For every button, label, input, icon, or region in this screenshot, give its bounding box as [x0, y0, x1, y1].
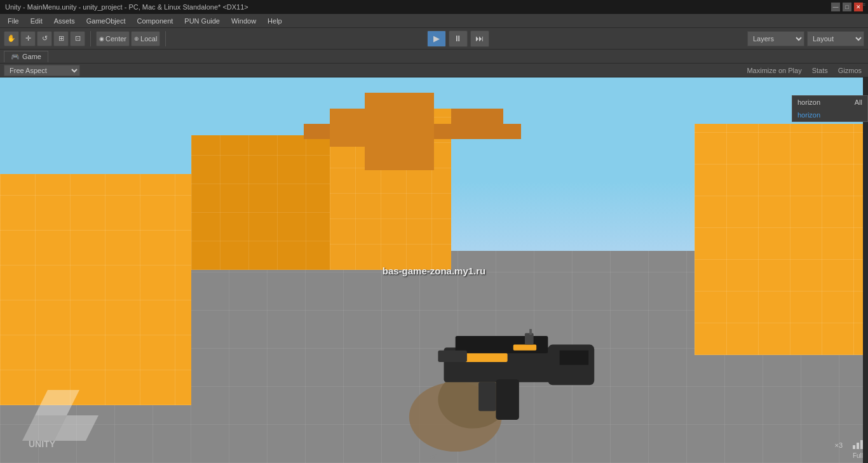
- space-button[interactable]: ⊕ Local: [131, 31, 160, 46]
- sep-1: [90, 31, 91, 46]
- menu-gameobject[interactable]: GameObject: [81, 16, 131, 26]
- horizon-label: horizon: [797, 98, 820, 106]
- horizon-item-label: horizon: [797, 111, 820, 119]
- sep-2: [165, 31, 166, 46]
- wall-back-left: [191, 135, 348, 270]
- toolbar-right: Layers Layout: [747, 31, 864, 46]
- game-viewport[interactable]: bas-game-zona.my1.ru horizon All horizon: [0, 77, 868, 463]
- play-button[interactable]: ▶: [427, 30, 446, 47]
- layout-select[interactable]: Layout: [807, 31, 864, 46]
- tool-rect[interactable]: ⊡: [70, 31, 85, 46]
- minimize-button[interactable]: —: [831, 3, 840, 11]
- menu-bar: File Edit Assets GameObject Component PU…: [0, 14, 868, 28]
- game-tab-icon: 🎮: [11, 53, 20, 61]
- beam-horizontal-2: [451, 109, 503, 124]
- game-options-bar: Free Aspect 4:3 5:4 16:9 16:10 Maximize …: [0, 64, 868, 77]
- pivot-label: Center: [105, 35, 126, 43]
- scroll-indicator[interactable]: [863, 77, 868, 463]
- timestamp: :01: [430, 453, 438, 460]
- wall-back-right: [695, 124, 868, 355]
- title-bar: Unity - MainMenu.unity - unity_project -…: [0, 0, 868, 14]
- horizon-dropdown[interactable]: horizon All horizon: [792, 95, 868, 122]
- aspect-select[interactable]: Free Aspect 4:3 5:4 16:9 16:10: [4, 65, 80, 76]
- fps-value: ×3: [834, 441, 843, 449]
- bar-1: [853, 445, 855, 449]
- menu-component[interactable]: Component: [132, 16, 178, 26]
- horizon-item[interactable]: horizon: [792, 109, 867, 121]
- unity-logo: UNITY: [10, 384, 124, 447]
- menu-help[interactable]: Help: [262, 16, 287, 26]
- menu-edit[interactable]: Edit: [25, 16, 48, 26]
- fps-bars-icon: [853, 440, 863, 449]
- resize-handle[interactable]: ≡: [862, 1, 865, 8]
- gizmos-button[interactable]: Gizmos: [836, 65, 864, 76]
- horizon-all-item[interactable]: horizon All: [792, 96, 867, 109]
- transform-tools: ✋ ✛ ↺ ⊞ ⊡: [4, 31, 85, 46]
- menu-file[interactable]: File: [3, 16, 24, 26]
- bar-2: [857, 443, 859, 449]
- maximize-button[interactable]: □: [843, 3, 851, 11]
- horizon-all-label: All: [855, 98, 862, 106]
- menu-assets[interactable]: Assets: [49, 16, 80, 26]
- title-bar-text: Unity - MainMenu.unity - unity_project -…: [5, 3, 248, 11]
- layers-select[interactable]: Layers: [747, 31, 804, 46]
- options-right: Maximize on Play Stats Gizmos: [744, 65, 864, 76]
- game-tab-label: Game: [22, 53, 41, 60]
- game-panel: 🎮 Game ≡ Free Aspect 4:3 5:4 16:9 16:10 …: [0, 50, 868, 463]
- step-button[interactable]: ⏭: [470, 30, 489, 47]
- options-left: Free Aspect 4:3 5:4 16:9 16:10: [4, 65, 742, 76]
- maximize-on-play-button[interactable]: Maximize on Play: [744, 65, 804, 76]
- tool-hand[interactable]: ✋: [4, 31, 19, 46]
- menu-pun-guide[interactable]: PUN Guide: [179, 16, 225, 26]
- game-tab-bar: 🎮 Game ≡: [0, 50, 868, 64]
- play-controls: ▶ ⏸ ⏭: [171, 30, 745, 47]
- full-label: Full: [853, 452, 863, 459]
- game-tab[interactable]: 🎮 Game: [4, 51, 48, 62]
- svg-text:UNITY: UNITY: [29, 439, 56, 447]
- wall-left: [0, 174, 191, 405]
- toolbar: ✋ ✛ ↺ ⊞ ⊡ ◉ Center ⊕ Local ▶ ⏸ ⏭ Layers …: [0, 28, 868, 50]
- svg-marker-13: [35, 390, 79, 415]
- window-controls: — □ ✕: [831, 3, 863, 11]
- tool-move[interactable]: ✛: [20, 31, 36, 46]
- space-label: Local: [140, 35, 157, 43]
- tool-rotate[interactable]: ↺: [37, 31, 52, 46]
- pivot-button[interactable]: ◉ Center: [96, 31, 130, 46]
- fps-multiplier: ×3: [834, 441, 843, 449]
- pivot-group: ◉ Center ⊕ Local: [96, 31, 160, 46]
- beam-vertical-2: [365, 93, 434, 170]
- stats-button[interactable]: Stats: [810, 65, 831, 76]
- tool-scale[interactable]: ⊞: [53, 31, 69, 46]
- space-icon: ⊕: [134, 36, 139, 42]
- menu-window[interactable]: Window: [226, 16, 261, 26]
- beam-vertical-1: [330, 109, 365, 147]
- pause-button[interactable]: ⏸: [449, 30, 468, 47]
- pivot-icon: ◉: [99, 36, 104, 42]
